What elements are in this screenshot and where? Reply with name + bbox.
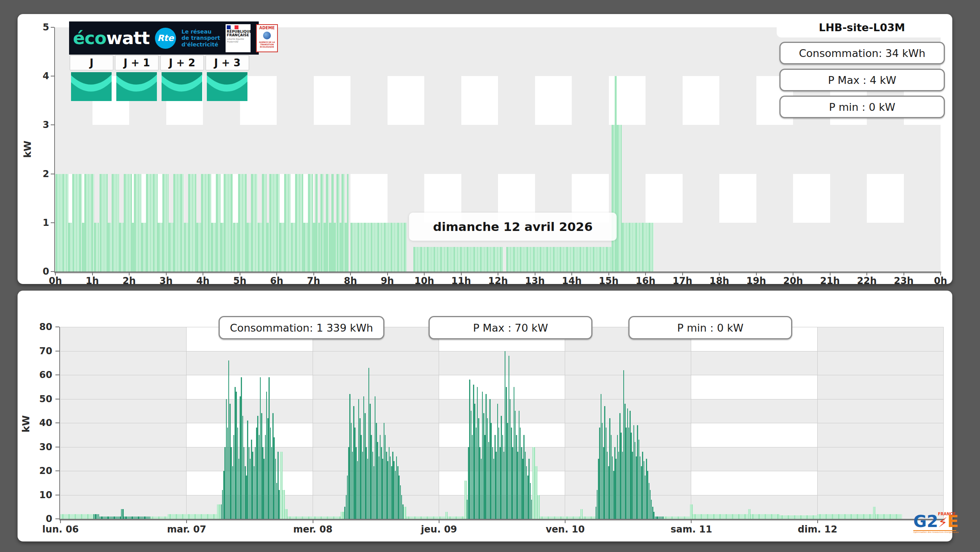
power-bar-segment [347,174,349,272]
ecowatt-gauge-j2[interactable] [162,72,202,101]
power-bar [652,507,653,519]
plot-band [55,125,941,174]
power-bar [500,447,501,519]
power-bar [603,447,604,519]
day-button-j1[interactable]: J + 1 [115,55,159,71]
x-tick-label: 13h [525,275,544,286]
power-bar-segment [216,174,221,272]
power-bar [482,392,483,519]
power-bar [402,504,404,519]
power-bar [472,435,473,519]
power-bar [240,396,241,519]
power-bar [478,418,479,519]
power-bar-segment [751,514,779,519]
power-bar [623,370,624,519]
plot-band-cell [424,76,461,125]
x-tick-label: 10h [414,275,434,286]
plot-band-cell [388,76,425,125]
power-bar [233,435,235,519]
power-bar [266,392,267,519]
daily-y-axis-line [54,27,55,272]
plot-band-cell [691,471,817,495]
y-tick-label: 30 [28,442,52,453]
power-bar-segment [238,174,247,272]
h-gridline [60,375,944,375]
power-bar [344,507,345,519]
power-bar-segment [141,223,146,272]
y-tick [55,351,59,351]
power-bar [391,466,392,519]
power-bar [370,404,371,519]
power-bar [246,476,247,519]
power-bar [356,447,357,519]
power-bar-segment [94,223,100,272]
power-bar-segment [211,223,216,272]
power-bar-segment [169,223,173,272]
power-bar-segment [100,517,121,519]
power-bar-segment [173,174,183,272]
x-tick-label: 12h [488,275,508,286]
power-bar [375,396,376,519]
power-bar-segment [540,517,580,519]
power-bar [469,380,470,519]
power-bar-segment [150,517,168,519]
power-bar [221,504,222,519]
power-bar [395,471,396,519]
day-button-j[interactable]: J [69,55,114,71]
plot-band-cell [60,423,187,447]
y-tick-label: 5 [27,22,49,33]
v-gridline [565,327,565,519]
power-bar-segment [663,517,690,519]
power-bar-segment [224,174,233,272]
day-button-j2[interactable]: J + 2 [160,55,204,71]
x-tick [92,273,93,275]
power-bar [348,447,349,519]
x-tick-label: 0h [934,275,947,286]
weekly-pmin-chip: P min : 0 kW [628,316,792,339]
power-bar [359,418,361,519]
x-tick [461,273,462,275]
power-bar-segment [693,514,748,519]
power-bar [377,442,378,519]
x-tick [793,273,793,275]
power-bar [612,456,613,519]
daily-consumption-chip: Consommation: 34 kWh [779,42,945,64]
y-tick [51,271,54,272]
power-bar [627,408,628,519]
y-tick [51,76,54,76]
power-bar-segment [119,223,124,272]
power-bar [505,351,506,519]
power-bar [618,452,619,519]
plot-band-cell [646,174,683,223]
ecowatt-logo: écowatt [73,28,149,48]
power-bar [613,471,614,519]
power-bar [270,428,271,519]
ecowatt-gauge-j[interactable] [71,72,112,101]
power-bar [650,490,651,519]
plot-band-cell [818,471,944,495]
x-tick [498,273,498,275]
power-bar-segment [313,223,316,272]
power-bar-segment [291,223,295,272]
power-bar [362,452,363,519]
power-bar [479,447,480,519]
x-tick [439,520,439,523]
plot-band-cell [691,375,817,399]
power-bar [366,447,367,519]
day-button-j3[interactable]: J + 3 [205,55,249,71]
power-bar-segment [279,223,284,272]
power-bar-segment [341,174,345,272]
power-bar [346,495,347,519]
power-bar [512,447,513,519]
power-bar [468,447,469,519]
ecowatt-gauge-j1[interactable] [116,72,157,101]
power-bar [642,452,643,519]
power-bar-segment [196,223,201,272]
power-bar [228,360,229,519]
x-tick [387,273,388,275]
ecowatt-gauge-j3[interactable] [207,72,247,101]
power-bar [507,423,508,519]
plot-band-cell [535,76,572,125]
x-tick-label: dim. 12 [798,524,837,535]
power-bar [514,387,515,519]
